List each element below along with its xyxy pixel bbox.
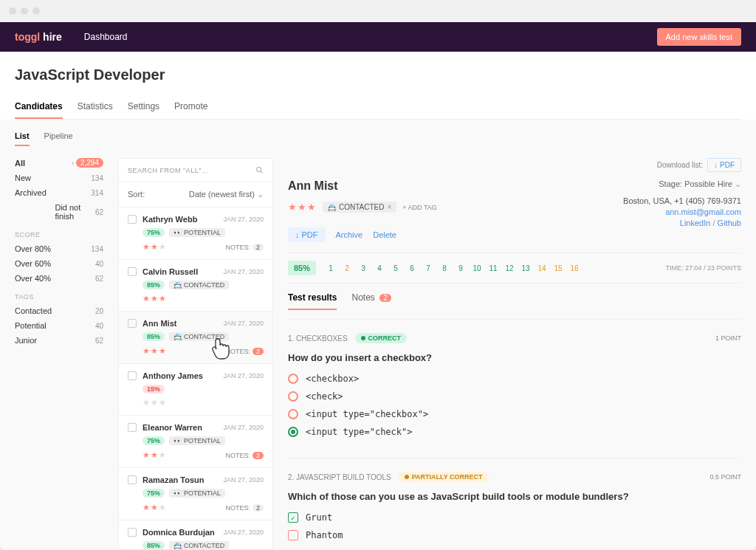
question-nav[interactable]: 7 — [421, 264, 436, 272]
add-tag-button[interactable]: ADD TAG — [402, 204, 436, 211]
tag-pill: 👀POTENTIAL — [169, 436, 225, 445]
sort-label: Sort: — [128, 190, 145, 199]
archive-button[interactable]: Archive — [336, 230, 363, 239]
filter-all[interactable]: All › 2,294 — [15, 158, 103, 168]
question-nav[interactable]: 6 — [405, 264, 419, 272]
question-nav[interactable]: 2 — [340, 264, 354, 272]
filter-archived[interactable]: Archived314 — [15, 188, 103, 197]
notes-label: NOTES: — [225, 244, 250, 251]
tab-notes[interactable]: Notes 2 — [351, 292, 391, 310]
filter-over-80[interactable]: Over 80%134 — [15, 244, 103, 253]
question-nav[interactable]: 13 — [518, 264, 533, 272]
filter-over-60[interactable]: Over 60%40 — [15, 259, 103, 268]
chevron-right-icon: › — [72, 159, 74, 167]
filter-contacted[interactable]: Contacted20 — [15, 306, 103, 315]
tag-contacted[interactable]: 📇CONTACTED × — [323, 202, 396, 213]
question-nav[interactable]: 11 — [486, 264, 501, 272]
stage-dropdown[interactable]: Stage: Possible Hire — [659, 179, 741, 189]
select-checkbox[interactable] — [128, 267, 137, 276]
select-checkbox[interactable] — [128, 371, 137, 380]
score-pill: 85% — [142, 332, 165, 341]
filter-potential[interactable]: Potential40 — [15, 321, 103, 330]
question-nav[interactable]: 9 — [453, 264, 468, 272]
topbar: toggl hire Dashboard Add new skills test — [0, 22, 756, 52]
tab-promote[interactable]: Promote — [174, 95, 207, 119]
candidate-card[interactable]: Eleanor WarrenJAN 27, 202075%👀POTENTIAL★… — [119, 415, 272, 467]
svg-line-1 — [261, 171, 263, 173]
question-nav[interactable]: 10 — [470, 264, 484, 272]
candidate-list: SEARCH FROM "ALL"... Sort: Date (newest … — [118, 158, 273, 550]
remove-tag-icon[interactable]: × — [387, 203, 391, 211]
rating-stars[interactable]: ★★★ — [142, 346, 167, 356]
question-nav[interactable]: 14 — [535, 264, 549, 272]
candidate-name: Kathryn Webb — [142, 215, 223, 224]
question-nav[interactable]: 5 — [388, 264, 403, 272]
pdf-action-button[interactable]: ↓ PDF — [288, 227, 326, 242]
time-points: TIME: 27:04 / 23 POINTS — [665, 264, 741, 272]
tab-test-results[interactable]: Test results — [288, 292, 337, 310]
linkedin-link[interactable]: LinkedIn — [680, 219, 711, 227]
candidate-date: JAN 27, 2020 — [223, 529, 264, 536]
candidate-card[interactable]: Kathryn WebbJAN 27, 202075%👀POTENTIAL★★★… — [119, 207, 272, 259]
notes-label: NOTES: — [225, 504, 250, 512]
filter-dnf[interactable]: Did not finish62 — [15, 203, 103, 221]
question-1: 1. CHECKBOXES CORRECT 1 POINT How do you… — [288, 320, 741, 458]
answer-option: <input type="checkbox"> — [288, 409, 741, 419]
sort-dropdown[interactable]: Date (newest first) — [189, 190, 264, 199]
candidate-name: Ann Mist — [288, 179, 338, 193]
rating-stars[interactable]: ★★★ — [142, 450, 167, 460]
notes-label: NOTES: — [225, 452, 250, 459]
candidate-card[interactable]: Ann MistJAN 27, 202085%📇CONTACTED★★★NOTE… — [119, 311, 272, 363]
tab-statistics[interactable]: Statistics — [78, 95, 113, 119]
status-partial: PARTIALLY CORRECT — [399, 472, 489, 482]
section-tags: TAGS — [15, 293, 103, 300]
rating-stars[interactable]: ★★★ — [142, 242, 167, 252]
question-nav[interactable]: 15 — [551, 264, 566, 272]
select-checkbox[interactable] — [128, 215, 137, 224]
rating-stars[interactable]: ★★★ — [142, 503, 167, 512]
filter-junior[interactable]: Junior62 — [15, 336, 103, 345]
add-skills-test-button[interactable]: Add new skills test — [657, 28, 741, 46]
candidate-card[interactable]: Calvin RussellJAN 27, 202085%📇CONTACTED★… — [119, 259, 272, 311]
score-pill: 85% — [142, 281, 165, 289]
select-checkbox[interactable] — [128, 423, 137, 432]
tab-settings[interactable]: Settings — [128, 95, 159, 119]
nav-dashboard[interactable]: Dashboard — [84, 32, 128, 42]
filter-new[interactable]: New134 — [15, 173, 103, 182]
rating-stars[interactable]: ★★★ — [142, 398, 167, 408]
question-nav[interactable]: 4 — [372, 264, 387, 272]
select-checkbox[interactable] — [128, 475, 137, 484]
candidate-name: Domnica Burdujan — [142, 528, 223, 537]
section-score: SCORE — [15, 231, 103, 238]
score-bar: 85% 12345678910111213141516 TIME: 27:04 … — [288, 252, 741, 283]
question-nav[interactable]: 16 — [567, 264, 582, 272]
candidate-date: JAN 27, 2020 — [223, 216, 264, 223]
github-link[interactable]: Github — [718, 219, 741, 227]
candidate-card[interactable]: Domnica BurdujanJAN 27, 202085%📇CONTACTE… — [119, 520, 272, 550]
candidate-card[interactable]: Ramazan TosunJAN 27, 202075%👀POTENTIAL★★… — [119, 467, 272, 520]
candidate-card[interactable]: Anthony JamesJAN 27, 202015%★★★ — [119, 363, 272, 415]
subtab-list[interactable]: List — [15, 127, 30, 146]
count-badge: 2,294 — [76, 158, 103, 168]
filter-over-40[interactable]: Over 40%62 — [15, 274, 103, 283]
detail-panel: Download list: ↓ PDF Ann Mist Stage: Pos… — [273, 146, 756, 550]
question-nav[interactable]: 3 — [356, 264, 371, 272]
question-nav[interactable]: 8 — [437, 264, 452, 272]
checkbox-icon — [288, 530, 298, 540]
question-nav[interactable]: 12 — [502, 264, 517, 272]
download-pdf-button[interactable]: ↓ PDF — [707, 158, 741, 172]
select-checkbox[interactable] — [128, 528, 137, 537]
subtab-pipeline[interactable]: Pipeline — [44, 127, 73, 146]
search-input[interactable]: SEARCH FROM "ALL"... — [119, 159, 272, 182]
select-checkbox[interactable] — [128, 319, 137, 328]
subheader: List Pipeline — [0, 120, 756, 146]
notes-count: 2 — [252, 244, 264, 251]
rating-stars[interactable]: ★★★ — [142, 294, 167, 303]
radio-icon — [288, 391, 298, 402]
delete-button[interactable]: Delete — [373, 230, 396, 239]
candidate-name: Anthony James — [142, 371, 223, 380]
download-list-label: Download list: — [657, 161, 703, 169]
rating-stars[interactable]: ★★★ — [288, 202, 317, 213]
question-nav[interactable]: 1 — [323, 264, 338, 272]
tab-candidates[interactable]: Candidates — [15, 95, 63, 119]
